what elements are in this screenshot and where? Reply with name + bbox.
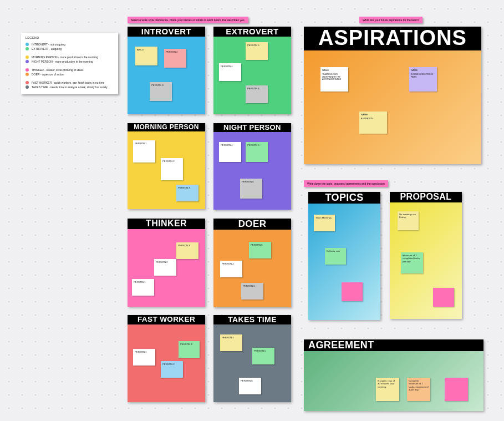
- legend-dot-icon: [26, 85, 29, 89]
- banner-agreements[interactable]: Write down the topic, proposed agreement…: [304, 180, 388, 187]
- sticky-note[interactable]: PERSON 6: [240, 179, 262, 199]
- sticky-note[interactable]: Delivery rate: [325, 248, 346, 265]
- sticky-note[interactable]: No meetings on Friday: [398, 211, 419, 230]
- aspiration-card[interactable]: NAME BUSINESS MEETING IN PARIS: [409, 67, 437, 92]
- banner-aspirations[interactable]: What are your future aspirations for the…: [359, 17, 422, 23]
- board-night[interactable]: NIGHT PERSON PERSON 4 PERSON 5 PERSON 6: [213, 123, 291, 210]
- legend-text: TAKES TIME - needs time to analyze a tas…: [32, 85, 108, 89]
- board-title: INTROVERT: [128, 27, 205, 37]
- legend-separator: [26, 52, 114, 54]
- board-morning[interactable]: MORNING PERSON PERSON 1 PERSON 2 PERSON …: [128, 123, 205, 209]
- sticky-note[interactable]: PERSON 2: [154, 259, 176, 276]
- sticky-note[interactable]: PERSON 4: [220, 334, 242, 351]
- board-proposal[interactable]: PROPOSAL No meetings on Friday Minimum o…: [390, 192, 462, 319]
- board-title: EXTROVERT: [213, 27, 291, 37]
- legend-text: EXTROVERT - outgoing: [32, 47, 62, 50]
- sticky-note[interactable]: PERSON 2: [164, 49, 186, 68]
- board-title: PROPOSAL: [390, 192, 462, 202]
- board-topics[interactable]: TOPICS Team Meetings Delivery rate: [308, 192, 380, 320]
- sticky-note[interactable]: PERSON 2: [161, 158, 183, 180]
- legend-row: TAKES TIME - needs time to analyze a tas…: [26, 85, 114, 89]
- board-takes-time[interactable]: TAKES TIME PERSON 4 PERSON 5 PERSON 6: [213, 315, 291, 402]
- sticky-note-blank[interactable]: [433, 288, 454, 307]
- sticky-note[interactable]: PERSON 4: [220, 261, 242, 277]
- legend-separator: [26, 77, 114, 80]
- legend-text: NIGHT PERSON - more productive in the ev…: [32, 60, 93, 63]
- board-title: NIGHT PERSON: [213, 123, 291, 132]
- legend-row: MORNING PERSON - more productive in the …: [26, 55, 114, 59]
- board-title: FAST WORKER: [128, 315, 205, 324]
- legend-row: FAST WORKER - quick workers, can finish …: [26, 81, 114, 84]
- sticky-note[interactable]: PERSON 3: [176, 242, 198, 259]
- legend-dot-icon: [26, 47, 29, 50]
- aspiration-body: TEAM BUILDING UNDERNEATH THE AURORA BORE…: [322, 73, 347, 80]
- aspiration-name: NAME: [411, 69, 435, 72]
- sticky-note[interactable]: PERSON 4: [219, 142, 241, 162]
- legend-panel: LEGEND INTROVERT - not outgoing EXTROVER…: [21, 33, 118, 94]
- sticky-note[interactable]: PERSON 1: [132, 279, 154, 296]
- aspiration-name: NAME: [322, 69, 347, 72]
- legend-row: DOER - a person of action: [26, 73, 114, 76]
- legend-title: LEGEND: [26, 36, 114, 39]
- sticky-note[interactable]: Minimum of 2 completed tasks per day: [401, 252, 423, 273]
- board-introvert[interactable]: INTROVERT ABCD PERSON 2 PERSON 3: [128, 27, 205, 114]
- board-fast-worker[interactable]: FAST WORKER PERSON 3 PERSON 1 PERSON 2: [128, 315, 205, 402]
- sticky-note[interactable]: PERSON 6: [239, 378, 261, 394]
- sticky-note-blank[interactable]: [445, 378, 468, 401]
- board-title: DOER: [213, 219, 291, 230]
- legend-row: INTROVERT - not outgoing: [26, 43, 114, 46]
- legend-text: FAST WORKER - quick workers, can finish …: [32, 81, 104, 84]
- aspiration-body: ASPIRATION: [361, 118, 385, 120]
- sticky-note[interactable]: PERSON 5: [252, 348, 274, 364]
- board-title: TOPICS: [308, 192, 380, 204]
- board-doer[interactable]: DOER PERSON 5 PERSON 4 PERSON 6: [213, 219, 291, 307]
- sticky-note[interactable]: PERSON 5: [246, 42, 268, 60]
- aspiration-card[interactable]: NAME TEAM BUILDING UNDERNEATH THE AURORA…: [320, 67, 348, 92]
- board-title: TAKES TIME: [213, 315, 291, 324]
- sticky-note[interactable]: PERSON 6: [241, 283, 263, 300]
- legend-dot-icon: [26, 55, 29, 59]
- sticky-note[interactable]: PERSON 5: [246, 142, 268, 162]
- sticky-note[interactable]: PERSON 5: [249, 242, 271, 258]
- legend-text: INTROVERT - not outgoing: [32, 43, 65, 46]
- sticky-note[interactable]: PERSON 4: [219, 63, 241, 81]
- sticky-note-blank[interactable]: [342, 282, 363, 301]
- banner-workstyle[interactable]: Select a work style preference. Place yo…: [128, 17, 248, 23]
- aspiration-card[interactable]: NAME ASPIRATION: [359, 111, 387, 134]
- legend-dot-icon: [26, 43, 29, 46]
- board-aspirations[interactable]: ASPIRATIONS NAME TEAM BUILDING UNDERNEAT…: [304, 27, 481, 164]
- legend-dot-icon: [26, 73, 29, 76]
- board-title: MORNING PERSON: [128, 123, 205, 131]
- aspiration-body: BUSINESS MEETING IN PARIS: [411, 73, 435, 78]
- sticky-note[interactable]: Team Meetings: [314, 215, 335, 231]
- board-title: THINKER: [128, 219, 205, 229]
- sticky-note[interactable]: PERSON 3: [179, 341, 200, 358]
- legend-text: THINKER - ideator, loves thinking of ide…: [32, 68, 83, 72]
- sticky-note[interactable]: PERSON 1: [133, 140, 155, 163]
- legend-dot-icon: [26, 81, 29, 84]
- sticky-note[interactable]: PERSON 2: [161, 361, 183, 378]
- sticky-note[interactable]: PERSON 6: [246, 85, 268, 103]
- sticky-note[interactable]: Complete minimum of 2 tasks, maximum of …: [407, 378, 430, 401]
- board-title: ASPIRATIONS: [304, 27, 481, 50]
- aspiration-name: NAME: [361, 113, 385, 116]
- legend-row: NIGHT PERSON - more productive in the ev…: [26, 60, 114, 63]
- legend-dot-icon: [26, 60, 29, 63]
- board-title: AGREEMENT: [304, 339, 483, 351]
- board-thinker[interactable]: THINKER PERSON 3 PERSON 2 PERSON 1: [128, 219, 205, 307]
- legend-separator: [26, 64, 114, 67]
- board-agreement[interactable]: AGREEMENT If urgent, max of 30 minutes p…: [304, 339, 483, 411]
- legend-row: THINKER - ideator, loves thinking of ide…: [26, 68, 114, 72]
- board-extrovert[interactable]: EXTROVERT PERSON 5 PERSON 4 PERSON 6: [213, 27, 291, 114]
- sticky-note[interactable]: PERSON 3: [176, 185, 198, 201]
- sticky-note[interactable]: PERSON 1: [133, 349, 155, 366]
- sticky-note[interactable]: ABCD: [135, 47, 157, 65]
- legend-text: MORNING PERSON - more productive in the …: [32, 55, 98, 59]
- sticky-note[interactable]: PERSON 3: [150, 82, 172, 101]
- legend-row: EXTROVERT - outgoing: [26, 47, 114, 50]
- legend-dot-icon: [26, 68, 29, 72]
- sticky-note[interactable]: If urgent, max of 30 minutes paid meetin…: [376, 378, 399, 401]
- legend-text: DOER - a person of action: [32, 73, 64, 76]
